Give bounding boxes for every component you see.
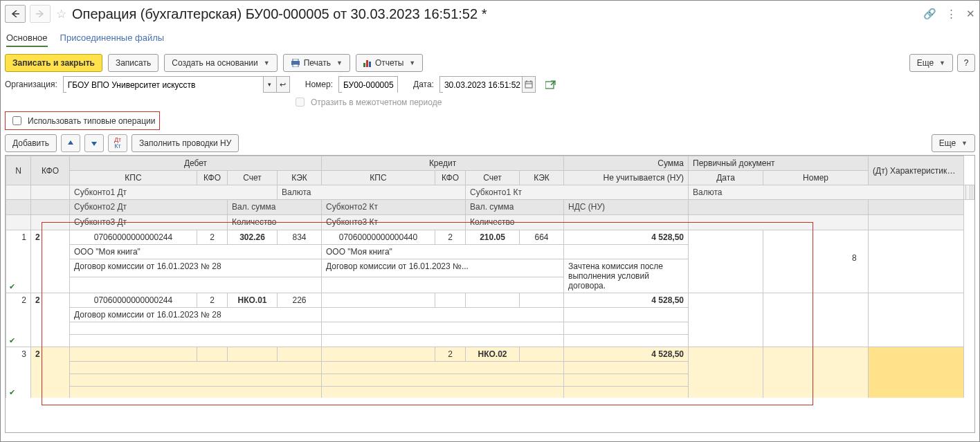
dt-kt-button[interactable]: ДтКт <box>108 134 127 152</box>
col-sum[interactable]: Сумма <box>564 156 689 171</box>
kebab-icon[interactable]: ⋮ <box>946 8 956 20</box>
col-kfo[interactable]: КФО <box>31 156 70 185</box>
page-title: Операция (бухгалтерская) БУ00-000005 от … <box>72 6 487 22</box>
tab-files[interactable]: Присоединенные файлы <box>60 33 165 47</box>
tab-main[interactable]: Основное <box>6 33 48 47</box>
help-button[interactable]: ? <box>957 54 975 72</box>
nav-back[interactable] <box>5 5 26 23</box>
col-d-kfo[interactable]: КФО <box>197 171 228 185</box>
printer-icon <box>291 59 300 67</box>
table-more-button[interactable]: Еще▼ <box>932 134 975 152</box>
svg-rect-4 <box>293 64 298 67</box>
org-open[interactable]: ↩ <box>277 76 290 93</box>
table-row[interactable]: 2✔ 2 070600000000002442НКО.01226 4 528,5… <box>6 293 974 307</box>
col-dt-char[interactable]: (Дт) Характеристика дви... <box>869 156 964 185</box>
date-picker[interactable] <box>523 76 536 93</box>
col-credit[interactable]: Кредит <box>322 156 564 171</box>
col-d-kek[interactable]: КЭК <box>278 171 322 185</box>
date-label: Дата: <box>413 80 434 89</box>
number-label: Номер: <box>305 80 333 89</box>
col-d-kps[interactable]: КПС <box>70 171 197 185</box>
more-button[interactable]: Еще▼ <box>909 54 953 72</box>
posted-stamp-icon <box>545 80 556 89</box>
col-k-kfo[interactable]: КФО <box>435 171 466 185</box>
col-k-acc[interactable]: Счет <box>466 171 520 185</box>
chart-icon <box>363 59 372 67</box>
col-d-acc[interactable]: Счет <box>228 171 278 185</box>
col-num[interactable]: Номер <box>763 171 869 185</box>
reflect-checkbox <box>296 98 305 107</box>
svg-rect-7 <box>369 62 371 67</box>
favorite-star-icon[interactable]: ☆ <box>56 7 66 21</box>
org-label: Организация: <box>5 80 57 89</box>
table-row[interactable]: 1✔ 2 070600000000002442302.26834 0706000… <box>6 230 974 244</box>
write-and-close-button[interactable]: Записать и закрыть <box>5 54 102 72</box>
org-input[interactable] <box>66 77 263 93</box>
reports-button[interactable]: Отчеты▼ <box>356 54 423 72</box>
fill-nu-button[interactable]: Заполнить проводки НУ <box>131 134 239 152</box>
col-primary[interactable]: Первичный документ <box>689 156 869 171</box>
print-button[interactable]: Печать▼ <box>283 54 350 72</box>
calendar-icon <box>525 80 533 89</box>
nav-forward[interactable] <box>30 5 51 23</box>
svg-rect-6 <box>366 60 368 67</box>
col-k-kps[interactable]: КПС <box>322 171 435 185</box>
date-input[interactable] <box>443 77 522 93</box>
table-row[interactable]: 3✔ 2 2НКО.02 4 528,50 <box>6 347 974 361</box>
jo-value: 8 <box>852 253 857 263</box>
create-on-basis-button[interactable]: Создать на основании▼ <box>164 54 277 72</box>
number-input[interactable] <box>342 77 397 93</box>
svg-rect-8 <box>525 82 532 88</box>
close-icon[interactable]: ✕ <box>966 8 975 20</box>
typical-ops-label: Использовать типовые операции <box>28 116 155 126</box>
svg-rect-5 <box>363 63 365 67</box>
move-up-button[interactable] <box>61 134 80 152</box>
col-not-nu[interactable]: Не учитывается (НУ) <box>564 171 689 185</box>
reflect-label: Отразить в межотчетном периоде <box>311 98 442 107</box>
write-button[interactable]: Записать <box>108 54 158 72</box>
svg-rect-12 <box>545 82 554 89</box>
col-k-kek[interactable]: КЭК <box>520 171 564 185</box>
typical-ops-checkbox[interactable] <box>12 116 21 125</box>
move-down-button[interactable] <box>84 134 104 152</box>
link-icon[interactable]: 🔗 <box>923 8 936 20</box>
col-n[interactable]: N <box>6 156 31 185</box>
add-row-button[interactable]: Добавить <box>5 134 57 152</box>
col-date[interactable]: Дата <box>689 171 763 185</box>
col-debit[interactable]: Дебет <box>70 156 322 171</box>
org-dropdown[interactable]: ▾ <box>264 76 277 93</box>
